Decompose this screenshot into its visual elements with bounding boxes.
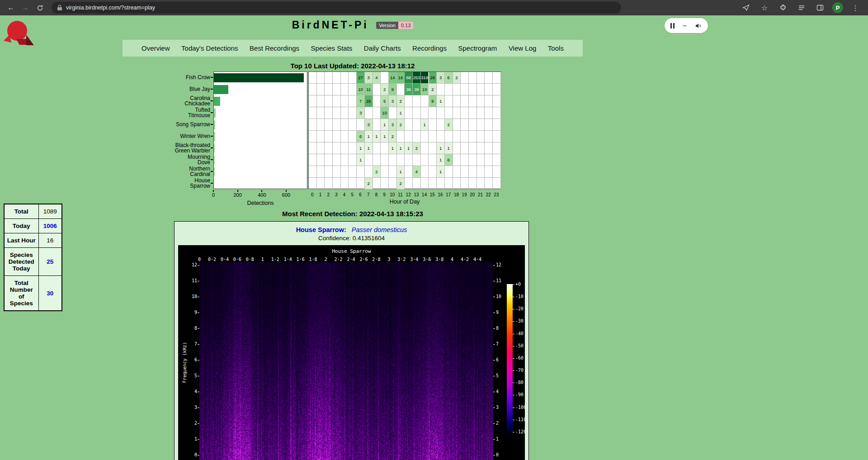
forward-icon[interactable]: →: [19, 2, 32, 14]
spec-tick-mark: [198, 328, 199, 329]
heatmap-axis-tick-label: 12: [406, 192, 411, 197]
refresh-icon[interactable]: [33, 2, 46, 14]
species-label: House Sparrow: [174, 177, 210, 189]
nav-item-species-stats[interactable]: Species Stats: [311, 44, 353, 52]
heatmap-cell: [477, 107, 485, 119]
heatmap-cell: [493, 166, 501, 178]
spec-freq-tick-label: 5: [496, 373, 506, 378]
menu-kebab-icon[interactable]: ⋮: [849, 2, 862, 14]
heatmap-cell: [349, 119, 357, 131]
stats-label: Total Number of Species: [4, 276, 38, 311]
extensions-icon[interactable]: [777, 2, 789, 14]
nav-item-spectrogram[interactable]: Spectrogram: [458, 44, 497, 52]
detection-species-latin[interactable]: Passer domesticus: [352, 226, 407, 233]
nav-item-today-s-detections[interactable]: Today's Detections: [181, 44, 238, 52]
heatmap-cell: [317, 166, 325, 178]
pause-icon[interactable]: [670, 23, 675, 28]
stats-value-link[interactable]: 1006: [38, 219, 62, 233]
nav-item-daily-charts[interactable]: Daily Charts: [364, 44, 401, 52]
spec-freq-tick-label: 5: [187, 373, 197, 378]
heatmap-cell: 1: [437, 154, 445, 166]
audio-player[interactable]: [665, 18, 708, 33]
spec-tick-mark: [513, 420, 514, 420]
recent-detection-heading: Most Recent Detection: 2022-04-13 18:15:…: [0, 210, 705, 218]
nav-item-recordings[interactable]: Recordings: [412, 44, 447, 52]
stats-row: Total Number of Species30: [4, 276, 62, 311]
bar-axis-tick-label: 400: [258, 192, 266, 198]
spec-tick-mark: [513, 395, 514, 395]
reading-list-icon[interactable]: [795, 2, 808, 14]
spec-time-tick-label: 2·2: [334, 257, 342, 262]
side-panel-icon[interactable]: [814, 2, 826, 14]
back-icon[interactable]: ←: [5, 2, 17, 14]
nav-item-tools[interactable]: Tools: [548, 44, 564, 52]
spec-tick-mark: [493, 376, 495, 376]
heatmap-axis-tick-label: 17: [446, 192, 451, 197]
heatmap-cell: [421, 142, 429, 154]
spec-tick-mark: [513, 321, 514, 322]
heatmap-cell: [413, 119, 421, 131]
spec-freq-tick-label: 3: [187, 405, 197, 410]
heatmap-cell: [341, 166, 349, 178]
heatmap-cell: [445, 166, 453, 178]
heatmap-cell: [493, 119, 501, 131]
spec-tick-mark: [198, 376, 199, 376]
heatmap-cell: 3: [365, 119, 373, 131]
heatmap-cell: [477, 142, 485, 154]
stats-value-link[interactable]: 30: [38, 276, 62, 311]
heatmap-cell: [309, 142, 317, 154]
main-nav: OverviewToday's DetectionsBest Recording…: [123, 40, 583, 57]
heatmap-cell: 2: [429, 84, 437, 95]
nav-item-overview[interactable]: Overview: [142, 44, 170, 52]
heatmap-cell: [469, 154, 477, 166]
heatmap-cell: [333, 166, 341, 178]
heatmap-cell: [469, 142, 477, 154]
url-bar[interactable]: virginia.birdnetpi.com/?stream=play: [52, 2, 621, 14]
heatmap-cell: 1: [381, 131, 389, 142]
heatmap-cell: 10: [381, 107, 389, 119]
send-icon[interactable]: [740, 2, 752, 14]
heatmap-cell: [485, 107, 493, 119]
bookmark-star-icon[interactable]: ☆: [758, 2, 771, 14]
stats-table-body: Total1089Today1006Last Hour16Species Det…: [4, 204, 62, 311]
heatmap-cell: 26: [365, 95, 373, 107]
spec-time-tick-label: 1·6: [297, 257, 305, 262]
spec-tick-mark: [198, 439, 199, 440]
profile-avatar[interactable]: P: [832, 2, 843, 13]
heatmap-cell: [477, 166, 485, 178]
heatmap-cell: [413, 154, 421, 166]
heatmap-cell: [437, 178, 445, 190]
heatmap-cell: [349, 166, 357, 178]
species-label: Tufted Titmouse: [174, 107, 210, 119]
heatmap-cell: [477, 154, 485, 166]
spec-colorbar-tick-label: -70: [515, 368, 524, 373]
species-tick: [211, 112, 213, 113]
stats-value: 1089: [38, 204, 62, 219]
heatmap-axis-tick-label: 1: [319, 192, 322, 197]
heatmap-cell: [437, 131, 445, 142]
audio-scrubber[interactable]: [683, 25, 687, 26]
volume-icon[interactable]: [695, 22, 702, 29]
bar-axis-tick: [261, 190, 262, 192]
heatmap-cell: [477, 95, 485, 107]
stats-value-link[interactable]: 25: [38, 248, 62, 276]
nav-item-best-recordings[interactable]: Best Recordings: [250, 44, 299, 52]
heatmap-axis-tick-label: 16: [438, 192, 443, 197]
bar-axis-tick-label: 200: [233, 192, 241, 198]
detection-species-link[interactable]: House Sparrow:: [296, 226, 346, 233]
heatmap-axis-tick-label: 5: [351, 192, 354, 197]
heatmap-cell: 2: [373, 166, 381, 178]
heatmap-cell: [333, 107, 341, 119]
heatmap-cell: 253: [413, 72, 421, 84]
heatmap-cell: [317, 154, 325, 166]
heatmap-cell: [341, 131, 349, 142]
spec-time-tick-label: 2·4: [347, 257, 355, 262]
spec-tick-mark: [493, 281, 495, 281]
spec-tick-mark: [198, 455, 199, 455]
heatmap-cell: 1: [437, 142, 445, 154]
nav-item-view-log[interactable]: View Log: [509, 44, 536, 52]
heatmap-cell: [477, 119, 485, 131]
spec-tick-mark: [513, 346, 514, 346]
heatmap-cell: [397, 154, 405, 166]
heatmap-cell: [461, 119, 469, 131]
